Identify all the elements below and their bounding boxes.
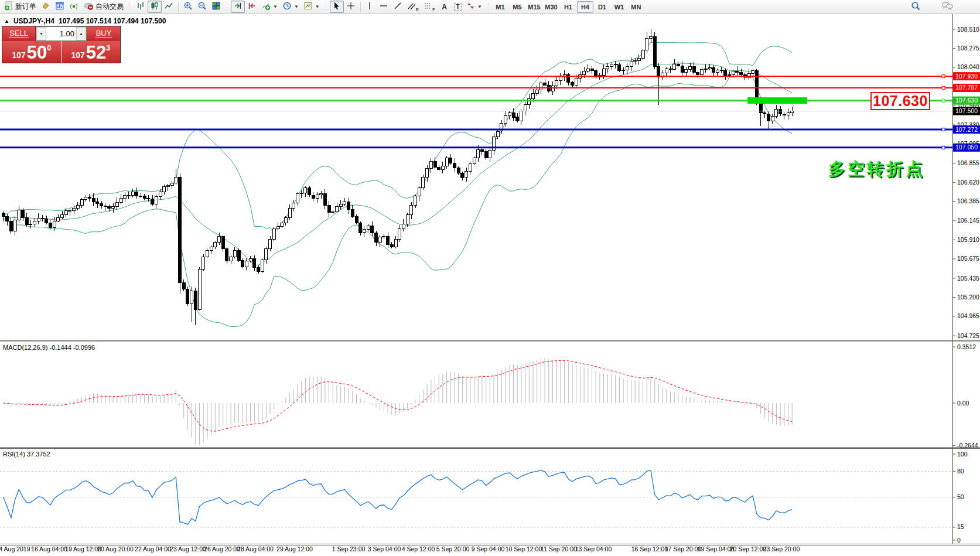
cursor-tool-button[interactable]	[330, 1, 344, 13]
time-axis-label: 20 Sep 12:00	[730, 545, 767, 552]
volume-input[interactable]	[46, 27, 76, 40]
tf-button-m5[interactable]: M5	[509, 1, 525, 13]
time-axis-label: 5 Sep 20:00	[436, 545, 470, 552]
crosshair-icon	[346, 1, 356, 12]
tile-windows-icon	[211, 1, 221, 12]
autotrade-cloud-icon	[83, 1, 94, 12]
rsi-tick-label: 80	[957, 468, 964, 475]
new-order-button[interactable]: 新订单	[2, 1, 39, 13]
rsi-layer	[0, 470, 952, 527]
highlight-rectangle[interactable]	[747, 97, 807, 104]
time-axis-label: 1 Sep 23:00	[332, 545, 366, 552]
toolbar-right-group	[909, 1, 955, 13]
tf-button-m30[interactable]: M30	[543, 1, 559, 13]
turning-point-annotation: 多空转折点	[828, 158, 925, 181]
charts-window-button[interactable]	[53, 1, 67, 13]
buy-price-prefix: 107	[71, 49, 84, 62]
buy-button[interactable]: BUY	[87, 26, 120, 41]
price-tick-label: 106.385	[957, 197, 979, 204]
tf-button-m15[interactable]: M15	[526, 1, 542, 13]
hline-handle	[942, 99, 945, 102]
arrows-dropdown-caret[interactable]: ▼	[477, 4, 482, 9]
search-button[interactable]	[909, 1, 923, 13]
periods-dropdown-caret[interactable]: ▼	[294, 4, 299, 9]
time-axis-label: 28 Aug 04:00	[237, 545, 274, 552]
chart-shift-button[interactable]	[245, 1, 259, 13]
fibonacci-glyph: F	[432, 7, 435, 12]
arrows-icon	[467, 1, 475, 12]
autotrade-button[interactable]: 自动交易	[81, 1, 126, 13]
zoom-out-button[interactable]	[195, 1, 209, 13]
tf-button-w1[interactable]: W1	[611, 1, 627, 13]
arrows-tool-button[interactable]: ▼	[465, 1, 484, 13]
toolbar-grip	[128, 2, 131, 11]
tf-button-mn[interactable]: MN	[628, 1, 644, 13]
toolbar-separator	[360, 2, 361, 12]
zoom-in-button[interactable]	[181, 1, 195, 13]
templates-button[interactable]: ▼	[301, 1, 322, 13]
tf-button-h4[interactable]: H4	[577, 1, 593, 13]
tf-button-h1[interactable]: H1	[560, 1, 576, 13]
crosshair-tool-button[interactable]	[344, 1, 358, 13]
vertical-line-tool-button[interactable]	[363, 1, 377, 13]
text-label-icon: T	[454, 3, 461, 11]
price-tick-label: 106.145	[957, 217, 979, 224]
tf-button-d1[interactable]: D1	[594, 1, 610, 13]
macd-tick-label: 0.3512	[957, 343, 976, 350]
chart-canvas[interactable]: 108.510108.275108.040107.805107.565107.3…	[0, 14, 980, 556]
sell-price-main: 50	[27, 45, 47, 62]
add-indicator-icon	[261, 1, 271, 12]
channel-glyph: E	[416, 7, 419, 12]
indicators-dropdown-caret[interactable]: ▼	[273, 4, 278, 9]
buy-price-display[interactable]: 107 52 3	[62, 41, 120, 63]
svg-text:107.930: 107.930	[955, 73, 978, 80]
time-axis-label: 11 Sep 20:00	[541, 545, 577, 552]
price-tick-label: 108.040	[957, 63, 979, 70]
hline-handle	[942, 75, 945, 78]
rsi-tick-label: 0	[957, 537, 961, 544]
text-tool-button[interactable]: A	[438, 1, 451, 13]
time-axis-label: 23 Sep 20:00	[763, 545, 800, 552]
toolbar-separator	[178, 2, 179, 12]
trendline-tool-button[interactable]	[391, 1, 405, 13]
sell-button[interactable]: SELL	[2, 26, 36, 41]
macd-tick-label: 0.00	[957, 400, 969, 407]
buy-price-main: 52	[86, 45, 106, 62]
horizontal-line-tool-button[interactable]	[377, 1, 391, 13]
signal-button[interactable]	[67, 1, 81, 13]
svg-text:107.500: 107.500	[955, 107, 978, 114]
auto-scroll-button[interactable]	[231, 1, 245, 13]
chat-button[interactable]	[940, 1, 955, 13]
market-depth-button[interactable]	[39, 1, 53, 13]
sell-price-display[interactable]: 107 50 0	[2, 41, 61, 63]
candlestick-mode-button[interactable]	[148, 1, 162, 13]
collapse-panel-arrow-icon[interactable]: ▲	[4, 19, 9, 24]
hline-handle	[942, 146, 945, 149]
timeframe-group: M1M5M15M30H1H4D1W1MN	[492, 1, 644, 13]
toolbar-grip	[487, 2, 490, 11]
time-axis-label: 9 Sep 04:00	[472, 545, 505, 552]
cursor-icon	[332, 1, 342, 12]
templates-dropdown-caret[interactable]: ▼	[315, 4, 320, 9]
tile-windows-button[interactable]	[209, 1, 223, 13]
bar-chart-mode-button[interactable]	[134, 1, 148, 13]
price-level-callout[interactable]: 107.630	[870, 92, 930, 110]
tf-button-m1[interactable]: M1	[492, 1, 508, 13]
price-tick-label: 105.910	[957, 236, 979, 243]
rsi-pane-label: RSI(14) 37.3752	[3, 451, 50, 458]
equidistant-channel-tool-button[interactable]: E	[405, 1, 421, 13]
periods-button[interactable]: ▼	[280, 1, 301, 13]
text-label-tool-button[interactable]: T	[451, 1, 465, 13]
volume-decrease-button[interactable]: ▼	[36, 27, 46, 40]
fibonacci-tool-button[interactable]: F	[421, 1, 438, 13]
macd-tick-label: -0.2644	[957, 442, 978, 449]
line-chart-mode-button[interactable]	[162, 1, 176, 13]
time-axis-label: 22 Aug 04:00	[135, 545, 171, 552]
indicators-button[interactable]: ▼	[259, 1, 280, 13]
volume-increase-button[interactable]: ▲	[76, 27, 86, 40]
price-tick-label: 105.200	[957, 294, 979, 301]
search-icon	[911, 1, 921, 13]
chart-window-icon	[55, 1, 64, 12]
candlestick-icon	[150, 1, 159, 12]
one-click-trading-panel: SELL ▼ ▲ BUY 107 50 0 107 52 3	[2, 26, 121, 63]
